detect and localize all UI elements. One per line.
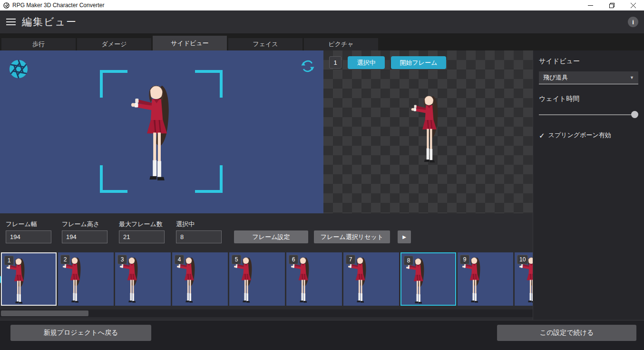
dropdown-value: 飛び道具 (543, 73, 568, 82)
rotate-icon[interactable] (301, 59, 315, 75)
tab-face[interactable]: フェイス (228, 38, 302, 50)
frame-width-label: フレーム幅 (6, 220, 37, 229)
crop-bracket-bottom-right (195, 165, 223, 193)
thumbnail-number-badge: 5 (232, 255, 241, 264)
tab-picture[interactable]: ピクチャ (304, 38, 378, 50)
frame-settings-button[interactable]: フレーム設定 (234, 230, 308, 243)
frame-height-label: フレーム高さ (62, 220, 99, 229)
frame-thumbnail-8[interactable]: 8 (400, 252, 456, 306)
restore-icon (609, 3, 615, 8)
app-window: RPG Maker 3D Character Converter (0, 0, 644, 350)
frame-thumbnail-7[interactable]: 7 (343, 252, 399, 306)
selected-frame-button[interactable]: 選択中 (348, 56, 385, 69)
minimize-button[interactable] (580, 0, 601, 10)
play-button[interactable]: ▶ (398, 230, 411, 243)
max-frames-input[interactable] (119, 230, 165, 243)
spring-bone-label: スプリングボーン有効 (548, 131, 611, 140)
frame-thumbnail-1[interactable]: 1 (1, 252, 57, 306)
thumbnail-number-badge: 1 (4, 256, 14, 265)
wait-time-slider[interactable] (539, 111, 638, 119)
window-controls (580, 0, 644, 10)
crop-bracket-bottom-left (100, 165, 127, 193)
start-frame-button[interactable]: 開始フレーム (391, 56, 446, 69)
aperture-icon (9, 59, 29, 81)
frame-thumbnail-9[interactable]: 9 (458, 252, 513, 306)
back-to-project-button[interactable]: 新規プロジェクトへ戻る (10, 325, 151, 341)
thumbnail-number-badge: 7 (346, 255, 355, 264)
sidebar: サイドビュー 飛び道具 ▼ ウェイト時間 ✓ スプリングボーン有効 (533, 50, 644, 320)
frame-thumbnail-10[interactable]: 10 (515, 252, 533, 306)
filmstrip: 1 2 3 4 5 (0, 252, 533, 307)
frame-height-input[interactable] (62, 230, 107, 243)
minimize-icon (588, 3, 593, 8)
preview-character-sprite (129, 78, 171, 183)
tab-damage[interactable]: ダメージ (77, 38, 151, 50)
header: 編集ビュー i (0, 10, 644, 33)
tab-bar: 歩行 ダメージ サイドビュー フェイス ピクチャ (0, 33, 644, 50)
crop-bracket-top-left (100, 70, 127, 98)
thumbnail-number-badge: 9 (460, 255, 469, 264)
info-button[interactable]: i (628, 17, 638, 27)
sprite-character (410, 90, 439, 164)
close-icon (631, 3, 636, 8)
frame-thumbnail-5[interactable]: 5 (229, 252, 285, 306)
chevron-down-icon: ▼ (630, 75, 634, 80)
thumbnail-number-badge: 10 (517, 255, 528, 264)
tab-sideview[interactable]: サイドビュー (153, 36, 227, 50)
sidebar-title: サイドビュー (539, 57, 638, 66)
thumbnail-number-badge: 4 (175, 255, 184, 264)
preview-pane[interactable] (0, 50, 323, 213)
frame-number-badge: 1 (329, 56, 342, 69)
slider-handle[interactable] (631, 111, 638, 118)
titlebar: RPG Maker 3D Character Converter (0, 0, 644, 10)
frame-reset-button[interactable]: フレーム選択リセット (314, 230, 390, 243)
menu-button[interactable] (0, 10, 22, 33)
left-column: 1 選択中 開始フレーム フレーム幅 フレーム高さ 最大フレーム数 選択中 フレ… (0, 50, 533, 320)
selected-frame-input[interactable] (176, 230, 222, 243)
sideview-type-dropdown[interactable]: 飛び道具 ▼ (539, 71, 638, 84)
thumbnail-number-badge: 2 (60, 255, 70, 264)
window-title: RPG Maker 3D Character Converter (12, 2, 104, 9)
crop-bracket-top-right (195, 70, 223, 98)
play-icon: ▶ (402, 234, 406, 240)
restore-button[interactable] (601, 0, 623, 10)
frame-thumbnail-3[interactable]: 3 (115, 252, 171, 306)
app-logo-icon (3, 2, 10, 9)
thumbnail-number-badge: 3 (117, 255, 127, 264)
tab-walk[interactable]: 歩行 (1, 38, 76, 50)
filmstrip-scrollbar[interactable] (0, 310, 533, 317)
frame-width-input[interactable] (6, 230, 51, 243)
thumbnail-number-badge: 8 (404, 256, 413, 265)
frame-thumbnail-2[interactable]: 2 (58, 252, 114, 306)
thumbnail-number-badge: 6 (289, 255, 298, 264)
footer: 新規プロジェクトへ戻る この設定で続ける (0, 320, 644, 350)
slider-track (539, 114, 636, 115)
hamburger-icon (6, 19, 16, 25)
close-button[interactable] (623, 0, 644, 10)
page-title: 編集ビュー (22, 15, 77, 29)
continue-button[interactable]: この設定で続ける (497, 325, 636, 341)
info-icon: i (632, 19, 634, 26)
frame-thumbnail-6[interactable]: 6 (286, 252, 342, 306)
scrollbar-thumb[interactable] (1, 310, 88, 316)
main-area: 1 選択中 開始フレーム フレーム幅 フレーム高さ 最大フレーム数 選択中 フレ… (0, 50, 644, 320)
selected-frame-label: 選択中 (176, 220, 195, 229)
frame-thumbnail-4[interactable]: 4 (172, 252, 228, 306)
check-icon: ✓ (539, 132, 545, 139)
max-frames-label: 最大フレーム数 (119, 220, 163, 229)
spring-bone-checkbox[interactable]: ✓ スプリングボーン有効 (539, 131, 638, 140)
sprite-pane: 1 選択中 開始フレーム (323, 50, 533, 213)
frame-panel: フレーム幅 フレーム高さ 最大フレーム数 選択中 フレーム設定 フレーム選択リセ… (0, 213, 533, 320)
wait-time-label: ウェイト時間 (539, 95, 638, 103)
